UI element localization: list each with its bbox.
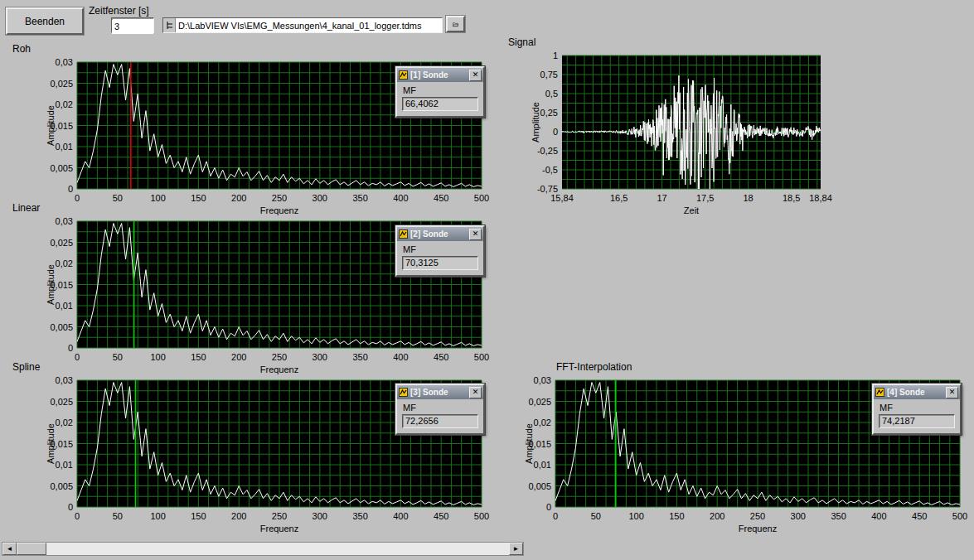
svg-text:50: 50 xyxy=(591,511,601,521)
probe-window-body: MF 70,3125 xyxy=(397,241,483,275)
svg-text:Amplitude: Amplitude xyxy=(46,105,56,146)
svg-text:0: 0 xyxy=(546,502,551,512)
svg-text:250: 250 xyxy=(272,511,287,521)
probe-window-1-titlebar[interactable]: [1] Sonde ✕ xyxy=(397,68,483,82)
svg-text:0,01: 0,01 xyxy=(534,460,551,470)
browse-button[interactable] xyxy=(446,16,465,32)
chart-title-fft: FFT-Interpolation xyxy=(556,361,632,373)
mf-value: 70,3125 xyxy=(402,256,478,270)
mf-label: MF xyxy=(880,403,955,413)
svg-text:-0,5: -0,5 xyxy=(542,165,558,175)
path-type-icon[interactable] xyxy=(163,18,176,32)
mf-value: 66,4062 xyxy=(402,97,478,111)
file-path-input[interactable] xyxy=(176,18,442,32)
probe-icon xyxy=(399,229,408,239)
svg-text:300: 300 xyxy=(791,511,806,521)
svg-text:500: 500 xyxy=(952,511,967,521)
svg-text:0,03: 0,03 xyxy=(56,375,73,385)
signal-time-graph[interactable]: 15,8416,51717,51818,518,84-0,75-0,5-0,25… xyxy=(529,49,827,219)
svg-text:0,005: 0,005 xyxy=(50,163,73,173)
svg-text:450: 450 xyxy=(434,193,448,203)
time-window-input[interactable] xyxy=(112,20,153,34)
horizontal-scrollbar[interactable]: ◄ ► xyxy=(2,542,524,556)
svg-text:0,02: 0,02 xyxy=(56,258,73,268)
quit-button[interactable]: Beenden xyxy=(6,7,84,35)
svg-text:15,84: 15,84 xyxy=(550,193,574,203)
labview-front-panel: Beenden Zeitfenster [s] Roh Linear Splin… xyxy=(0,0,974,560)
svg-text:Amplitude: Amplitude xyxy=(46,423,56,464)
svg-text:150: 150 xyxy=(191,352,206,362)
svg-text:0: 0 xyxy=(68,502,73,512)
svg-text:100: 100 xyxy=(628,511,643,521)
svg-text:16,5: 16,5 xyxy=(610,193,628,203)
svg-text:250: 250 xyxy=(272,193,287,203)
svg-text:0,025: 0,025 xyxy=(50,79,73,89)
svg-text:150: 150 xyxy=(191,511,206,521)
mf-label: MF xyxy=(403,403,478,413)
svg-text:0,025: 0,025 xyxy=(50,397,73,407)
svg-text:0: 0 xyxy=(75,193,80,203)
svg-text:0,005: 0,005 xyxy=(50,481,73,491)
close-icon[interactable]: ✕ xyxy=(946,387,958,398)
svg-text:0,02: 0,02 xyxy=(56,418,73,427)
close-icon[interactable]: ✕ xyxy=(469,70,482,81)
svg-text:500: 500 xyxy=(474,511,489,521)
mf-label: MF xyxy=(403,85,478,95)
scrollbar-track[interactable] xyxy=(46,543,509,555)
close-icon[interactable]: ✕ xyxy=(469,387,482,398)
mf-value: 74,2187 xyxy=(879,414,955,428)
svg-text:17,5: 17,5 xyxy=(696,193,714,203)
probe-icon xyxy=(399,388,408,397)
svg-text:500: 500 xyxy=(474,352,489,362)
svg-text:Frequenz: Frequenz xyxy=(739,524,777,533)
chart-title-roh: Roh xyxy=(12,43,31,55)
svg-text:450: 450 xyxy=(434,352,448,362)
close-icon[interactable]: ✕ xyxy=(469,229,482,240)
chart-title-signal: Signal xyxy=(508,36,535,48)
svg-text:300: 300 xyxy=(313,193,327,203)
svg-text:300: 300 xyxy=(313,511,327,521)
svg-text:Amplitude: Amplitude xyxy=(46,264,56,305)
svg-text:350: 350 xyxy=(352,193,367,203)
svg-text:100: 100 xyxy=(150,193,165,203)
svg-text:200: 200 xyxy=(231,352,246,362)
svg-text:250: 250 xyxy=(750,511,765,521)
time-window-field-frame xyxy=(111,17,154,33)
scrollbar-thumb[interactable] xyxy=(17,543,46,555)
folder-icon xyxy=(453,20,458,29)
probe-window-3-titlebar[interactable]: [3] Sonde ✕ xyxy=(397,385,483,399)
svg-text:0,02: 0,02 xyxy=(534,418,551,427)
svg-text:18,84: 18,84 xyxy=(809,193,832,203)
svg-text:0,005: 0,005 xyxy=(50,322,73,332)
mf-label: MF xyxy=(403,244,478,254)
svg-text:Amplitude: Amplitude xyxy=(524,423,534,464)
svg-text:0,025: 0,025 xyxy=(528,397,551,407)
svg-text:150: 150 xyxy=(669,511,684,521)
scroll-right-icon[interactable]: ► xyxy=(509,543,523,555)
svg-text:200: 200 xyxy=(231,193,246,203)
svg-text:-0,25: -0,25 xyxy=(537,146,558,156)
time-window-label: Zeitfenster [s] xyxy=(89,5,149,17)
svg-text:0,02: 0,02 xyxy=(56,99,73,109)
probe-icon xyxy=(875,388,884,397)
svg-text:-0,75: -0,75 xyxy=(537,184,558,194)
svg-text:0,5: 0,5 xyxy=(545,89,558,99)
svg-text:0,03: 0,03 xyxy=(534,375,551,385)
svg-text:17: 17 xyxy=(657,193,667,203)
svg-text:18: 18 xyxy=(744,193,754,203)
svg-text:50: 50 xyxy=(113,511,123,521)
svg-text:400: 400 xyxy=(871,511,886,521)
probe-window-4-titlebar[interactable]: [4] Sonde ✕ xyxy=(874,385,960,399)
svg-text:200: 200 xyxy=(710,511,724,521)
mf-value: 72,2656 xyxy=(402,414,478,428)
svg-text:Amplitude: Amplitude xyxy=(531,102,540,142)
scroll-left-icon[interactable]: ◄ xyxy=(2,543,17,555)
probe-window-2: [2] Sonde ✕ MF 70,3125 xyxy=(395,225,485,277)
probe-window-2-titlebar[interactable]: [2] Sonde ✕ xyxy=(397,227,483,241)
svg-text:0,025: 0,025 xyxy=(50,238,73,248)
svg-text:400: 400 xyxy=(393,352,408,362)
svg-text:200: 200 xyxy=(231,511,246,521)
svg-text:50: 50 xyxy=(113,352,123,362)
svg-text:0,75: 0,75 xyxy=(540,70,558,80)
svg-text:350: 350 xyxy=(831,511,846,521)
